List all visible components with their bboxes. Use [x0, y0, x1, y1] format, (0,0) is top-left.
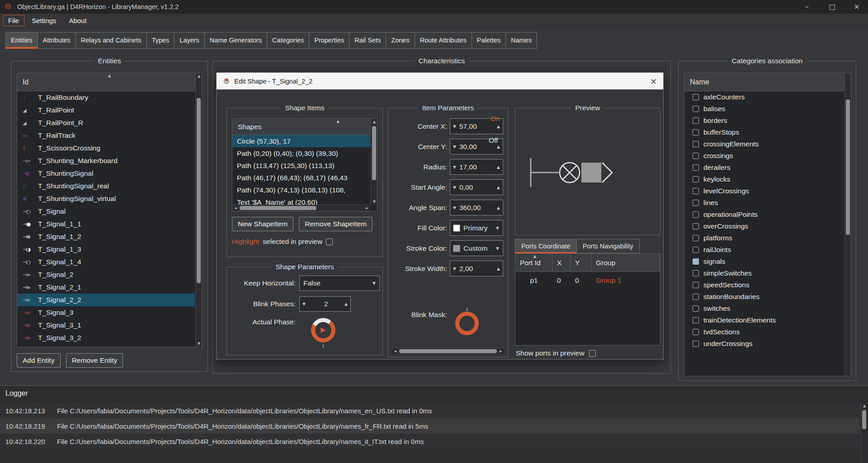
category-list-item[interactable]: derailers: [684, 162, 844, 173]
shape-list-item[interactable]: Text '$A_Name' at (20,60): [232, 196, 370, 205]
entity-list-item[interactable]: ◢ T_RailPoint: [17, 104, 195, 117]
category-checkbox[interactable]: [693, 223, 699, 229]
start-angle-stepper[interactable]: ▼ 0,00 ▲: [450, 179, 503, 195]
entity-list-item[interactable]: ⊣▯ T_ShuntingSignal: [17, 167, 195, 180]
ports-table-header[interactable]: Port Id X Y Group ▲: [515, 254, 660, 272]
spin-up-icon[interactable]: ▲: [497, 124, 500, 129]
menu-item[interactable]: File: [3, 15, 24, 26]
category-list-item[interactable]: tvdSections: [684, 326, 844, 338]
spin-down-icon[interactable]: ▼: [453, 185, 456, 190]
entity-list-item[interactable]: ⊣⊗ T_Signal_1_2: [17, 230, 195, 243]
radius-stepper[interactable]: ▼ 17,00 ▲: [450, 159, 503, 175]
keep-horizontal-select[interactable]: False ▼: [299, 276, 380, 291]
category-checkbox[interactable]: [693, 188, 699, 194]
category-checkbox[interactable]: [693, 106, 699, 112]
entity-list-item[interactable]: ⊣∞ T_Signal_3_2: [17, 332, 195, 344]
category-checkbox[interactable]: [693, 200, 699, 206]
log-row[interactable]: 10:42:18.213 File C:/Users/fabia/Documen…: [0, 403, 860, 418]
scroll-thumb[interactable]: [399, 349, 497, 353]
scroll-up-icon[interactable]: ▲: [196, 73, 202, 80]
entities-column-header[interactable]: Id ▲: [17, 73, 202, 91]
category-list-item[interactable]: trainDetectionElements: [684, 314, 844, 326]
category-checkbox[interactable]: [693, 164, 699, 171]
scroll-right-icon[interactable]: ►: [364, 205, 370, 211]
dialog-titlebar[interactable]: ⚙ Edit Shape - T_Signal_2_2 ×: [217, 73, 663, 89]
categories-column-header[interactable]: Name: [684, 73, 851, 91]
entity-list-item[interactable]: ⊣∞ T_Signal_3_1: [17, 319, 195, 332]
category-checkbox[interactable]: [693, 141, 699, 147]
scroll-up-icon[interactable]: ▲: [371, 119, 377, 125]
category-list-item[interactable]: operationalPoints: [684, 209, 844, 220]
ports-col-group[interactable]: Group: [591, 254, 660, 271]
scroll-thumb[interactable]: [240, 206, 316, 210]
scroll-left-icon[interactable]: ◄: [232, 205, 239, 211]
main-tab[interactable]: Entities: [5, 32, 38, 49]
category-checkbox[interactable]: [693, 305, 699, 312]
ports-table-row[interactable]: p1 0 0 Group 1: [515, 272, 660, 289]
entity-list-item[interactable]: ⊣∞ T_Signal_2: [17, 268, 195, 281]
spin-up-icon[interactable]: ▲: [497, 185, 500, 190]
close-button[interactable]: ×: [849, 0, 864, 14]
remove-entity-button[interactable]: Remove Entity: [66, 353, 123, 368]
scroll-left-icon[interactable]: ◄: [392, 348, 398, 355]
spin-down-icon[interactable]: ▼: [453, 165, 456, 169]
category-list-item[interactable]: crossings: [684, 150, 844, 162]
new-shapeitem-button[interactable]: New ShapeItem: [232, 217, 293, 231]
show-ports-checkbox[interactable]: [589, 350, 596, 357]
blink-mask-ring[interactable]: [455, 312, 479, 335]
scroll-thumb[interactable]: [862, 410, 866, 429]
entity-list-item[interactable]: ▭ T_RailTrack: [17, 129, 195, 142]
category-list-item[interactable]: speedSections: [684, 279, 844, 291]
category-list-item[interactable]: railJoints: [684, 244, 844, 256]
add-entity-button[interactable]: Add Entity: [17, 353, 61, 368]
entity-list-item[interactable]: ⊣● T_Signal_1_1: [17, 218, 195, 230]
remove-shapeitem-button[interactable]: Remove ShapeItem: [299, 217, 373, 231]
entity-list-item[interactable]: ⊣○ T_Signal_1_4: [17, 256, 195, 268]
stroke-width-stepper[interactable]: ▼ 2,00 ▲: [450, 261, 503, 276]
category-list-item[interactable]: balises: [684, 103, 844, 115]
scroll-up-icon[interactable]: ▲: [861, 403, 868, 409]
highlight-checkbox[interactable]: [326, 239, 333, 245]
main-tab[interactable]: Name Generators: [204, 32, 267, 49]
category-list-item[interactable]: switches: [684, 303, 844, 314]
category-list-item[interactable]: borders: [684, 115, 844, 126]
main-tab[interactable]: Relays and Cabinets: [75, 32, 147, 49]
category-list-item[interactable]: overCrossings: [684, 220, 844, 232]
scroll-right-icon[interactable]: ►: [498, 348, 504, 355]
maximize-button[interactable]: □: [825, 0, 840, 14]
entity-list-item[interactable]: ⊣○ T_Signal: [17, 205, 195, 218]
category-list-item[interactable]: stationBoundaries: [684, 291, 844, 303]
category-list-item[interactable]: crossingElements: [684, 138, 844, 150]
actual-phase-play-button[interactable]: ▶: [311, 318, 335, 342]
spin-up-icon[interactable]: ▲: [497, 165, 500, 169]
category-list-item[interactable]: axleCounters: [684, 91, 844, 103]
fill-color-select[interactable]: Primary ▼: [450, 220, 503, 236]
shape-list-item[interactable]: Path (0,20) (0,40); (0,30) (39,30): [232, 147, 370, 159]
main-tab[interactable]: Layers: [174, 32, 205, 49]
spin-down-icon[interactable]: ▼: [453, 267, 456, 271]
category-checkbox[interactable]: [693, 247, 699, 253]
ports-col-y[interactable]: Y: [571, 254, 591, 271]
dialog-close-icon[interactable]: ×: [650, 73, 657, 89]
spin-up-icon[interactable]: ▲: [497, 145, 500, 149]
category-checkbox[interactable]: [693, 153, 699, 159]
main-tab[interactable]: Categories: [267, 32, 309, 49]
item-parameters-hscrollbar[interactable]: ◄ ►: [392, 348, 504, 354]
category-checkbox[interactable]: [693, 294, 699, 300]
category-list-item[interactable]: keylocks: [684, 173, 844, 185]
angle-span-stepper[interactable]: ▼ 360,00 ▲: [450, 200, 503, 215]
shapes-hscrollbar[interactable]: ◄ ►: [232, 205, 370, 211]
main-tab[interactable]: Rail Sets: [349, 32, 386, 49]
blink-phases-stepper[interactable]: ▼ 2 ▲: [299, 296, 351, 312]
entity-list-item[interactable]: ⊣▱ T_Shunting_Markerboard: [17, 154, 195, 167]
shape-list-item[interactable]: Path (74,30) (74,13) (108,13) (108,: [232, 184, 370, 196]
ports-col-x[interactable]: X: [552, 254, 571, 271]
main-tab[interactable]: Zones: [386, 32, 415, 49]
category-checkbox[interactable]: [693, 270, 699, 276]
shape-list-item[interactable]: Path (46,17) (68,43); (68,17) (46,43: [232, 172, 370, 184]
category-checkbox[interactable]: [693, 129, 699, 136]
category-checkbox[interactable]: [693, 341, 699, 347]
spin-down-icon[interactable]: ▼: [302, 302, 306, 306]
stroke-color-select[interactable]: Custom ▼: [450, 240, 503, 256]
entities-scrollbar[interactable]: ▲ ▼: [195, 73, 202, 347]
